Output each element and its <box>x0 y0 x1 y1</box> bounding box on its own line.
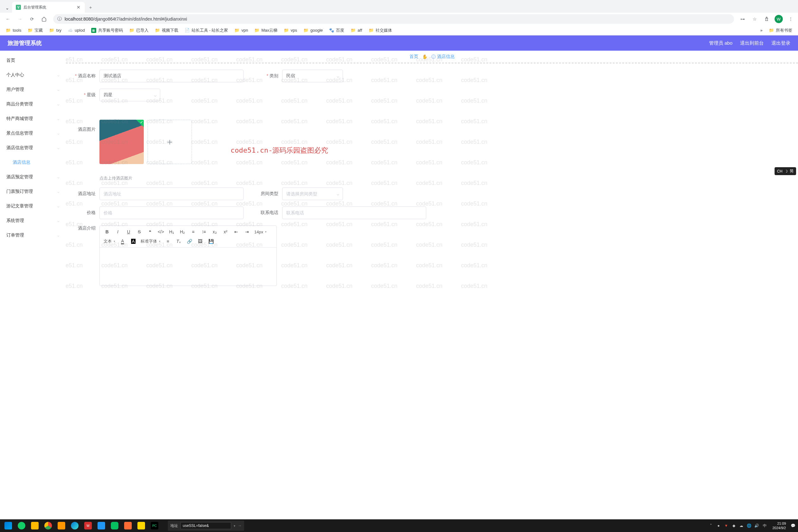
address-input[interactable] <box>99 188 244 200</box>
sidebar-item[interactable]: 首页 <box>0 53 66 68</box>
category-select[interactable] <box>282 70 343 82</box>
bookmark-item[interactable]: vps <box>281 26 300 34</box>
image-icon[interactable]: 🖼 <box>197 238 204 245</box>
star-select[interactable] <box>99 89 160 101</box>
profile-avatar[interactable]: W <box>774 14 783 24</box>
bookmarks-overflow[interactable]: » <box>758 26 765 35</box>
sidebar-item[interactable]: 景点信息管理⌵ <box>0 126 66 140</box>
folder-icon <box>303 28 308 33</box>
font-family-select[interactable]: 标准字体 <box>140 239 160 244</box>
sidebar-item-label: 用户管理 <box>6 87 24 93</box>
editor-body[interactable] <box>100 248 277 286</box>
browser-tab[interactable]: V 后台管理系统 ✕ <box>12 2 85 13</box>
site-info-icon[interactable]: ⓘ <box>57 16 62 22</box>
indent-right-icon[interactable]: ⇥ <box>244 228 250 235</box>
hotel-name-input[interactable] <box>99 70 244 82</box>
quote-icon[interactable]: ❝ <box>147 228 154 235</box>
sidebar-item[interactable]: 酒店预定管理⌵ <box>0 170 66 184</box>
ordered-list-icon[interactable]: ≡ <box>190 228 197 235</box>
subscript-icon[interactable]: x₂ <box>211 228 218 235</box>
uploaded-image-thumb[interactable]: ✓ <box>99 120 144 164</box>
text-style-select[interactable]: 文本 <box>103 239 115 244</box>
h2-icon[interactable]: H₂ <box>179 228 186 235</box>
unordered-list-icon[interactable]: ⁝≡ <box>201 228 207 235</box>
breadcrumb-home[interactable]: 首页 <box>410 54 418 59</box>
bookmark-item[interactable]: ☁️uplod <box>65 26 88 34</box>
sidebar-item[interactable]: 特产商城管理⌵ <box>0 112 66 126</box>
password-key-icon[interactable]: ⊶ <box>738 14 747 24</box>
reload-button[interactable]: ⟳ <box>26 14 37 24</box>
home-button[interactable] <box>39 14 50 24</box>
bookmark-label: Max云梯 <box>261 27 278 33</box>
menu-dots-icon[interactable]: ⋮ <box>786 14 796 24</box>
bookmark-item[interactable]: 🐾百度 <box>326 26 347 35</box>
h1-icon[interactable]: H₁ <box>168 228 175 235</box>
url-input[interactable]: ⓘ localhost:8080/django864t7/admin/dist/… <box>53 14 734 24</box>
sidebar-item[interactable]: 游记文章管理⌵ <box>0 199 66 213</box>
folder-icon <box>27 28 33 33</box>
sidebar-item[interactable]: 酒店信息管理⌵ <box>0 140 66 155</box>
tab-search-icon[interactable]: ⌄ <box>2 3 12 13</box>
sidebar-item-label: 首页 <box>6 58 15 63</box>
bookmark-label: vps <box>291 28 297 33</box>
bookmark-item[interactable]: aff <box>348 26 364 34</box>
all-bookmarks[interactable]: 所有书签 <box>766 26 795 35</box>
room-type-select[interactable] <box>282 188 343 200</box>
sidebar-item-label: 酒店信息管理 <box>6 145 33 151</box>
forward-button[interactable]: → <box>15 14 25 24</box>
bookmark-item[interactable]: 社交媒体 <box>366 26 395 35</box>
logout-button[interactable]: 退出登录 <box>772 40 791 46</box>
logout-to-front-button[interactable]: 退出到前台 <box>740 40 764 46</box>
back-button[interactable]: ← <box>2 14 13 24</box>
bookmark-item[interactable]: txy <box>46 26 64 34</box>
bg-color-icon[interactable]: A <box>130 238 137 245</box>
sidebar-item[interactable]: 商品分类管理⌵ <box>0 97 66 112</box>
sidebar-item-label: 系统管理 <box>6 218 24 224</box>
folder-icon <box>284 28 289 33</box>
sidebar-item[interactable]: 系统管理⌵ <box>0 213 66 228</box>
breadcrumb-current[interactable]: 酒店信息 <box>431 54 455 59</box>
font-size-select[interactable]: 14px <box>254 230 267 234</box>
bookmark-label: tools <box>13 28 21 33</box>
bookmark-item[interactable]: 📄站长工具 - 站长之家 <box>182 26 231 35</box>
bookmark-label: 社交媒体 <box>376 27 392 33</box>
bookmark-item[interactable]: ▦共享账号密码 <box>89 26 126 35</box>
text-color-icon[interactable]: A <box>119 238 126 245</box>
bookmark-item[interactable]: 视频下载 <box>152 26 181 35</box>
folder-icon <box>6 28 11 33</box>
underline-icon[interactable]: U <box>125 228 132 235</box>
bold-icon[interactable]: B <box>103 228 111 235</box>
bookmark-item[interactable]: 宝藏 <box>25 26 45 35</box>
bookmark-star-icon[interactable]: ☆ <box>750 14 759 24</box>
strike-icon[interactable]: S <box>136 228 143 235</box>
bookmark-item[interactable]: Max云梯 <box>252 26 280 35</box>
bookmark-item[interactable]: 已导入 <box>127 26 151 35</box>
save-icon[interactable]: 💾 <box>207 238 214 245</box>
header-user[interactable]: 管理员 abo <box>709 40 733 46</box>
close-tab-icon[interactable]: ✕ <box>76 5 81 10</box>
price-input[interactable] <box>99 207 244 219</box>
indent-left-icon[interactable]: ⇤ <box>233 228 240 235</box>
sidebar-item[interactable]: 个人中心⌵ <box>0 68 66 82</box>
sidebar-item[interactable]: 门票预订管理⌵ <box>0 184 66 199</box>
superscript-icon[interactable]: x² <box>222 228 229 235</box>
sidebar-item[interactable]: 订单管理⌵ <box>0 228 66 243</box>
link-icon[interactable]: 🔗 <box>186 238 193 245</box>
sidebar-item[interactable]: 用户管理⌵ <box>0 82 66 97</box>
italic-icon[interactable]: I <box>114 228 121 235</box>
bookmark-item[interactable]: tools <box>3 26 24 34</box>
clear-format-icon[interactable]: Tₓ <box>175 238 182 245</box>
phone-input[interactable] <box>282 207 426 219</box>
align-icon[interactable]: ≡ <box>164 238 171 245</box>
chevron-down-icon: ⌵ <box>57 73 59 77</box>
sidebar-item-label: 门票预订管理 <box>6 189 33 194</box>
globe-icon <box>431 55 436 59</box>
code-icon[interactable]: </> <box>157 228 164 235</box>
bookmark-item[interactable]: vpn <box>232 26 250 34</box>
new-tab-button[interactable]: ＋ <box>86 3 95 12</box>
extensions-icon[interactable] <box>762 14 772 24</box>
bookmark-item[interactable]: google <box>301 26 325 34</box>
ime-indicator[interactable]: CH ☽ 简 <box>775 167 796 175</box>
upload-add-button[interactable]: ＋ <box>148 120 192 164</box>
sidebar-item[interactable]: 酒店信息 <box>0 155 66 170</box>
